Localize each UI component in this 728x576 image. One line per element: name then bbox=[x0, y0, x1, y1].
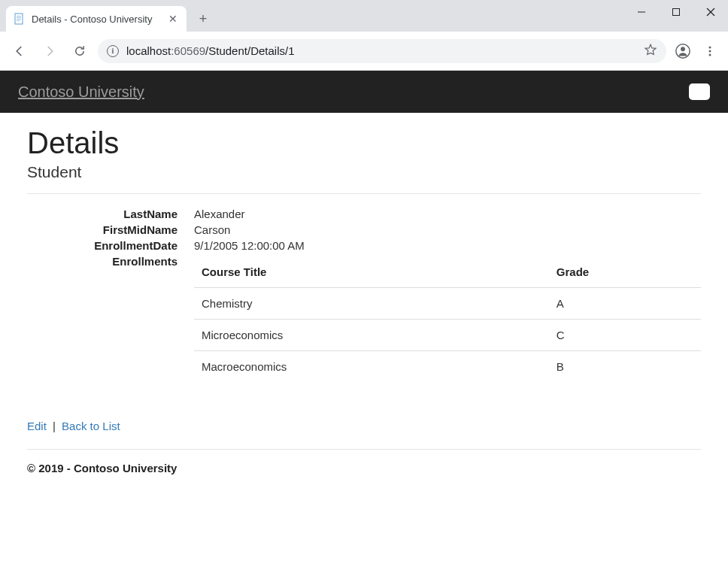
label-firstmidname: FirstMidName bbox=[27, 223, 177, 236]
back-to-list-link[interactable]: Back to List bbox=[62, 420, 120, 432]
svg-point-11 bbox=[709, 46, 711, 48]
profile-avatar-icon[interactable] bbox=[672, 41, 693, 62]
maximize-button[interactable] bbox=[659, 0, 693, 24]
minimize-button[interactable] bbox=[624, 0, 659, 24]
label-enrollmentdate: EnrollmentDate bbox=[27, 239, 177, 252]
footer-text: © 2019 - Contoso University bbox=[27, 462, 701, 474]
cell-course: Macroeconomics bbox=[194, 351, 549, 383]
site-info-icon[interactable]: i bbox=[107, 45, 119, 57]
browser-menu-icon[interactable] bbox=[699, 41, 720, 62]
details-list: LastName Alexander FirstMidName Carson E… bbox=[27, 208, 701, 382]
svg-rect-3 bbox=[17, 19, 21, 20]
table-row: Microeconomics C bbox=[194, 320, 701, 351]
browser-titlebar: Details - Contoso University ✕ + bbox=[0, 0, 728, 32]
footer-divider bbox=[27, 449, 701, 450]
window-controls bbox=[624, 0, 728, 24]
link-separator: | bbox=[50, 420, 59, 432]
divider bbox=[27, 193, 701, 194]
svg-point-13 bbox=[709, 53, 711, 56]
action-links: Edit | Back to List bbox=[27, 420, 701, 432]
new-tab-button[interactable]: + bbox=[193, 8, 214, 29]
cell-course: Chemistry bbox=[194, 288, 549, 320]
value-firstmidname: Carson bbox=[194, 223, 701, 236]
browser-tab-active[interactable]: Details - Contoso University ✕ bbox=[6, 6, 187, 32]
value-enrollments: Course Title Grade Chemistry A Microecon… bbox=[194, 255, 701, 382]
address-bar[interactable]: i localhost:60569/Student/Details/1 bbox=[98, 39, 666, 63]
close-tab-icon[interactable]: ✕ bbox=[167, 13, 179, 25]
back-button[interactable] bbox=[8, 39, 32, 63]
url-port: :60569 bbox=[171, 44, 205, 57]
label-lastname: LastName bbox=[27, 208, 177, 220]
cell-grade: B bbox=[549, 351, 701, 383]
forward-button[interactable] bbox=[38, 39, 62, 63]
value-lastname: Alexander bbox=[194, 208, 701, 220]
reload-button[interactable] bbox=[68, 39, 92, 63]
table-header-row: Course Title Grade bbox=[194, 256, 701, 288]
cell-course: Microeconomics bbox=[194, 320, 549, 351]
svg-point-12 bbox=[709, 50, 711, 52]
svg-rect-6 bbox=[673, 9, 680, 16]
url-host: localhost bbox=[126, 44, 171, 57]
navbar-toggle-button[interactable] bbox=[689, 83, 710, 100]
cell-grade: C bbox=[549, 320, 701, 351]
content-container: Details Student LastName Alexander First… bbox=[0, 113, 728, 490]
close-window-button[interactable] bbox=[693, 0, 728, 24]
site-navbar: Contoso University bbox=[0, 71, 728, 113]
cell-grade: A bbox=[549, 288, 701, 320]
tab-title: Details - Contoso University bbox=[32, 14, 161, 25]
table-row: Macroeconomics B bbox=[194, 351, 701, 383]
svg-rect-4 bbox=[17, 20, 20, 21]
favicon-icon bbox=[14, 13, 26, 25]
edit-link[interactable]: Edit bbox=[27, 420, 47, 432]
value-enrollmentdate: 9/1/2005 12:00:00 AM bbox=[194, 239, 701, 252]
browser-toolbar: i localhost:60569/Student/Details/1 bbox=[0, 32, 728, 71]
url-text: localhost:60569/Student/Details/1 bbox=[126, 44, 295, 57]
brand-link[interactable]: Contoso University bbox=[18, 83, 144, 101]
url-path: /Student/Details/1 bbox=[205, 44, 294, 57]
table-row: Chemistry A bbox=[194, 288, 701, 320]
svg-point-10 bbox=[681, 47, 685, 51]
label-enrollments: Enrollments bbox=[27, 255, 177, 382]
col-header-course: Course Title bbox=[194, 256, 549, 288]
enrollments-table: Course Title Grade Chemistry A Microecon… bbox=[194, 256, 701, 382]
page-viewport: Contoso University Details Student LastN… bbox=[0, 71, 728, 490]
page-title: Details bbox=[27, 126, 701, 160]
svg-rect-1 bbox=[17, 16, 21, 17]
col-header-grade: Grade bbox=[549, 256, 701, 288]
bookmark-star-icon[interactable] bbox=[644, 43, 657, 59]
page-subtitle: Student bbox=[27, 163, 701, 181]
svg-rect-2 bbox=[17, 17, 21, 18]
tab-strip: Details - Contoso University ✕ + bbox=[0, 6, 214, 32]
